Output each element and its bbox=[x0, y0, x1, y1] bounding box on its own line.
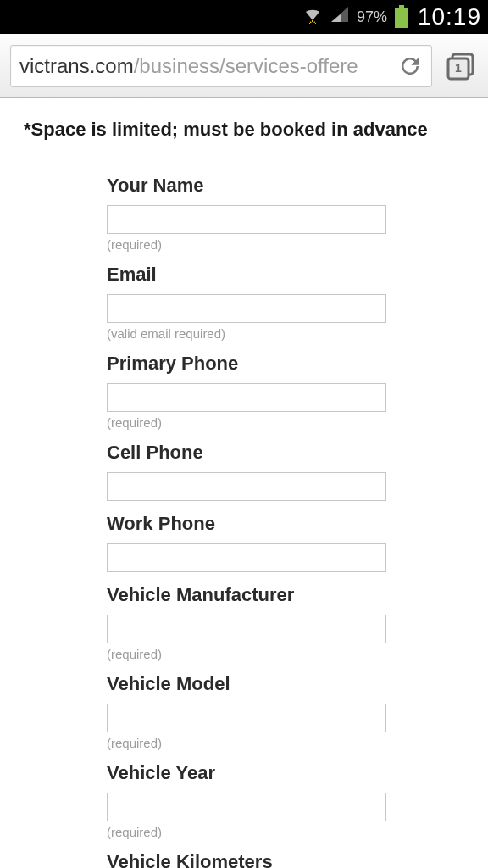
field-vehicle-model: Vehicle Model (required) bbox=[107, 673, 385, 750]
battery-icon bbox=[394, 5, 409, 29]
clock: 10:19 bbox=[418, 3, 481, 31]
hint-primary-phone: (required) bbox=[107, 415, 385, 430]
hint-email: (valid email required) bbox=[107, 326, 385, 341]
url-text: victrans.com/business/services-offere bbox=[19, 54, 392, 78]
hint-vehicle-model: (required) bbox=[107, 736, 385, 750]
url-host: victrans.com bbox=[19, 54, 134, 77]
label-vehicle-kilometers: Vehicle Kilometers bbox=[107, 851, 385, 868]
tabs-count: 1 bbox=[455, 61, 462, 75]
field-cell-phone: Cell Phone bbox=[107, 442, 385, 501]
notice-text: *Space is limited; must be booked in adv… bbox=[24, 119, 469, 141]
svg-rect-1 bbox=[395, 8, 408, 28]
svg-rect-2 bbox=[395, 8, 408, 8]
label-vehicle-model: Vehicle Model bbox=[107, 673, 385, 695]
tabs-icon[interactable]: 1 bbox=[444, 49, 478, 83]
hint-your-name: (required) bbox=[107, 237, 385, 252]
field-email: Email (valid email required) bbox=[107, 264, 385, 341]
field-vehicle-year: Vehicle Year (required) bbox=[107, 762, 385, 839]
field-vehicle-kilometers: Vehicle Kilometers bbox=[107, 851, 385, 868]
input-vehicle-year[interactable] bbox=[107, 793, 386, 821]
status-bar: 97% 10:19 bbox=[0, 0, 488, 34]
battery-percentage: 97% bbox=[357, 8, 387, 26]
field-vehicle-manufacturer: Vehicle Manufacturer (required) bbox=[107, 584, 385, 661]
hint-vehicle-manufacturer: (required) bbox=[107, 647, 385, 661]
label-vehicle-year: Vehicle Year bbox=[107, 762, 385, 784]
input-email[interactable] bbox=[107, 294, 386, 323]
field-work-phone: Work Phone bbox=[107, 513, 385, 572]
refresh-icon[interactable] bbox=[392, 53, 423, 79]
label-work-phone: Work Phone bbox=[107, 513, 385, 535]
svg-rect-0 bbox=[399, 5, 404, 8]
field-your-name: Your Name (required) bbox=[107, 175, 385, 252]
label-primary-phone: Primary Phone bbox=[107, 353, 385, 375]
url-bar[interactable]: victrans.com/business/services-offere bbox=[10, 45, 432, 87]
input-vehicle-model[interactable] bbox=[107, 704, 386, 732]
input-cell-phone[interactable] bbox=[107, 472, 386, 501]
page-content: *Space is limited; must be booked in adv… bbox=[0, 98, 488, 868]
hint-vehicle-year: (required) bbox=[107, 825, 385, 839]
input-your-name[interactable] bbox=[107, 205, 386, 234]
booking-form: Your Name (required) Email (valid email … bbox=[24, 175, 469, 868]
wifi-icon bbox=[302, 5, 323, 29]
label-cell-phone: Cell Phone bbox=[107, 442, 385, 464]
label-vehicle-manufacturer: Vehicle Manufacturer bbox=[107, 584, 385, 606]
browser-toolbar: victrans.com/business/services-offere 1 bbox=[0, 34, 488, 98]
signal-icon bbox=[330, 5, 350, 29]
input-primary-phone[interactable] bbox=[107, 383, 386, 412]
field-primary-phone: Primary Phone (required) bbox=[107, 353, 385, 430]
input-vehicle-manufacturer[interactable] bbox=[107, 615, 386, 643]
label-your-name: Your Name bbox=[107, 175, 385, 197]
label-email: Email bbox=[107, 264, 385, 286]
url-path: /business/services-offere bbox=[134, 54, 358, 77]
input-work-phone[interactable] bbox=[107, 543, 386, 572]
